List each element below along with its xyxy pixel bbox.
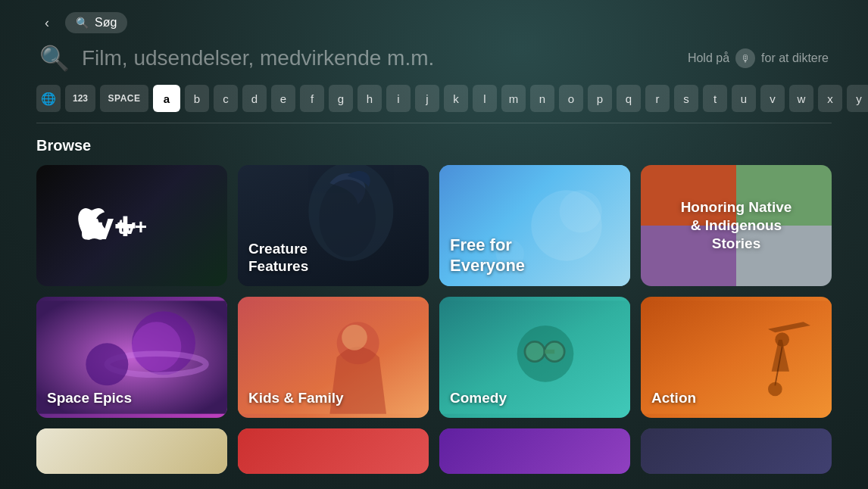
card-free[interactable]: Free forEveryone [439,165,630,286]
key-b[interactable]: b [185,85,209,112]
key-i[interactable]: i [386,85,411,112]
key-c[interactable]: c [214,85,238,112]
search-tab-label: Søg [95,16,117,30]
divider [36,123,832,123]
key-k[interactable]: k [444,85,468,112]
dictate-hint: Hold på 🎙 for at diktere [688,48,829,68]
card-appletv[interactable]: tv+ tv+ [36,165,227,286]
key-e[interactable]: e [271,85,295,112]
key-space[interactable]: SPACE [100,85,148,112]
key-q[interactable]: q [617,85,641,112]
card-space[interactable]: Space Epics [36,297,227,418]
key-a[interactable]: a [153,85,180,112]
card-kids[interactable]: Kids & Family [238,297,429,418]
key-n[interactable]: n [530,85,554,112]
main-content: ‹ 🔍 Søg 🔍 Film, udsendelser, medvirkende… [0,0,868,474]
card-space-label: Space Epics [47,390,132,407]
key-o[interactable]: o [559,85,583,112]
browse-grid-row2: Space Epics [36,297,832,418]
search-tab[interactable]: 🔍 Søg [65,12,127,33]
svg-point-4 [560,190,602,232]
card-bottom-4-bg [641,428,832,474]
key-m[interactable]: m [501,85,526,112]
svg-point-22 [768,382,782,397]
key-j[interactable]: j [415,85,439,112]
key-p[interactable]: p [588,85,612,112]
card-comedy-label: Comedy [450,390,507,407]
svg-point-16 [525,341,545,361]
key-w[interactable]: w [789,85,813,112]
key-123[interactable]: 123 [65,85,95,112]
key-v[interactable]: v [760,85,785,112]
card-comedy[interactable]: Comedy [439,297,630,418]
card-creature[interactable]: CreatureFeatures [238,165,429,286]
card-bottom-1-bg [36,428,227,474]
svg-point-13 [342,325,367,350]
key-u[interactable]: u [732,85,756,112]
key-h[interactable]: h [358,85,382,112]
card-honoring-label: Honoring Native& IndigenousStories [655,198,817,252]
browse-grid: tv+ tv+ [36,165,832,286]
browse-grid-row3 [36,428,832,474]
search-tab-icon: 🔍 [76,17,89,29]
search-bar-left: 🔍 Film, udsendelser, medvirkende m.m. [39,44,434,73]
search-bar: 🔍 Film, udsendelser, medvirkende m.m. Ho… [36,44,832,73]
card-honoring[interactable]: Honoring Native& IndigenousStories [641,165,832,286]
appletv-svg: tv+ [71,203,192,248]
mic-button[interactable]: 🎙 [735,48,755,68]
svg-point-10 [86,343,128,385]
card-action-label: Action [651,390,696,407]
key-f[interactable]: f [300,85,324,112]
svg-point-2 [319,179,376,257]
card-action[interactable]: Action [641,297,832,418]
key-y[interactable]: y [847,85,868,112]
appletv-inner: tv+ [36,165,227,286]
card-bottom-1[interactable] [36,428,227,474]
card-bottom-2[interactable] [238,428,429,474]
key-r[interactable]: r [645,85,670,112]
card-free-label: Free forEveryone [450,235,525,276]
card-bottom-3[interactable] [439,428,630,474]
key-s[interactable]: s [674,85,698,112]
search-placeholder[interactable]: Film, udsendelser, medvirkende m.m. [82,46,434,70]
browse-label: Browse [36,137,832,154]
key-x[interactable]: x [818,85,842,112]
key-t[interactable]: t [703,85,727,112]
dictate-suffix: for at diktere [761,51,829,65]
card-creature-label: CreatureFeatures [248,241,308,276]
key-globe[interactable]: 🌐 [36,85,61,112]
search-icon-large: 🔍 [39,44,70,73]
dictate-prefix: Hold på [688,51,729,65]
keyboard: 🌐 123 SPACE a b c d e f g h i j k l m n … [36,85,832,112]
mic-icon: 🎙 [741,53,751,64]
key-d[interactable]: d [242,85,267,112]
svg-point-8 [132,322,181,371]
card-bottom-2-bg [238,428,429,474]
key-l[interactable]: l [473,85,497,112]
card-bottom-3-bg [439,428,630,474]
card-bottom-4[interactable] [641,428,832,474]
back-icon: ‹ [45,15,49,31]
svg-rect-18 [545,350,554,354]
back-button[interactable]: ‹ [36,12,58,33]
top-bar: ‹ 🔍 Søg [36,12,832,33]
card-kids-label: Kids & Family [248,390,344,407]
key-g[interactable]: g [329,85,353,112]
